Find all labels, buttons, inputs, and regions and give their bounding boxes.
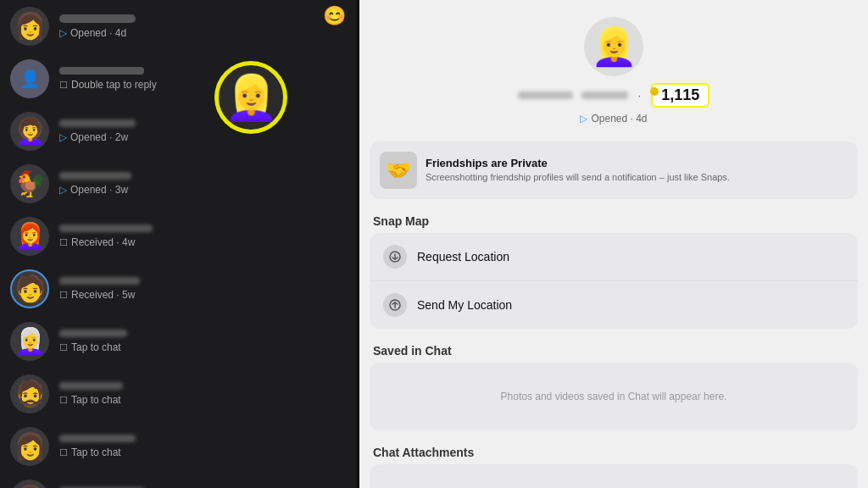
status-icon: ▷	[59, 131, 67, 143]
chat-status: ▷ Opened · 2w	[59, 131, 346, 143]
chat-item[interactable]: 🐓 ▷ Opened · 3w	[0, 158, 356, 210]
highlighted-avatar: 👱‍♀️	[216, 63, 286, 132]
score-row: · 1,115	[518, 83, 709, 108]
chat-status: ☐ Received · 4w	[59, 236, 346, 248]
chat-name	[59, 14, 136, 23]
chat-info: ☐ Received · 4w	[59, 225, 346, 248]
profile-top: 👱‍♀️ · 1,115 ▷ Opened · 4d	[359, 0, 868, 133]
avatar: 🧔	[10, 374, 49, 413]
send-location-label: Send My Location	[417, 298, 512, 312]
chat-status: ☐ Received · 5w	[59, 289, 346, 301]
chat-info: ▷ Opened · 3w	[59, 172, 346, 196]
status-text: Tap to chat	[71, 446, 121, 458]
status-text: Double tap to reply	[71, 79, 157, 91]
chat-item[interactable]: 👩 ☐ Tap to chat	[0, 420, 356, 473]
avatar-wrap: 👩‍🦳	[10, 322, 49, 361]
friendship-description: Screenshotting friendship profiles will …	[426, 171, 730, 183]
profile-avatar: 👱‍♀️	[584, 17, 643, 76]
status-text: Opened · 4d	[70, 27, 126, 39]
saved-empty-text: Photos and videos saved in Chat will app…	[484, 374, 744, 419]
status-text: Received · 4w	[71, 236, 135, 248]
friendship-title: Friendships are Private	[426, 157, 730, 169]
chat-info: ☐ Tap to chat	[59, 382, 346, 406]
status-icon: ☐	[59, 80, 68, 91]
chat-name	[59, 382, 123, 390]
avatar-wrap: 🧑	[10, 269, 49, 308]
chat-item[interactable]: 🧑 ☐ Received · 5w	[0, 263, 356, 315]
status-icon: ▷	[59, 184, 67, 196]
chat-name	[59, 435, 136, 442]
profile-avatar-emoji: 👱‍♀️	[591, 25, 637, 69]
chat-item[interactable]: 👦 ☐ Double tap to reply	[0, 473, 356, 488]
avatar-wrap: 👩‍🦱	[10, 112, 49, 151]
avatar: 🐓	[10, 164, 49, 203]
status-icon: ☐	[59, 237, 68, 248]
opened-text: Opened · 4d	[591, 113, 647, 125]
request-location-icon	[383, 245, 407, 269]
avatar: 👩	[10, 7, 49, 46]
chat-list: 👩 ▷ Opened · 4d 👤 ☐ Double tap to reply	[0, 0, 356, 488]
chat-status: ▷ Opened · 4d	[59, 27, 346, 39]
chat-info: ☐ Double tap to reply	[59, 67, 346, 91]
status-text: Tap to chat	[71, 341, 121, 353]
send-location-icon	[383, 293, 407, 317]
status-text: Opened · 2w	[70, 131, 128, 143]
request-location-item[interactable]: Request Location	[370, 233, 858, 281]
chat-item[interactable]: 👤 ☐ Double tap to reply	[0, 53, 356, 105]
dot-sep: ·	[638, 90, 641, 102]
profile-panel: 👱‍♀️ · 1,115 ▷ Opened · 4d 🤝 Friendships…	[359, 0, 868, 488]
friendship-text: Friendships are Private Screenshotting f…	[426, 157, 730, 183]
chat-item[interactable]: 🧔 ☐ Tap to chat	[0, 368, 356, 420]
chat-item[interactable]: 👩‍🦱 ▷ Opened · 2w	[0, 105, 356, 158]
chat-status: ☐ Tap to chat	[59, 341, 346, 353]
send-location-item[interactable]: Send My Location	[370, 281, 858, 329]
chat-status: ☐ Double tap to reply	[59, 79, 346, 91]
profile-name-part1	[518, 92, 573, 99]
avatar-wrap: 👩	[10, 427, 49, 466]
avatar: 👩‍🦱	[10, 112, 49, 151]
chat-name	[59, 172, 131, 180]
avatar: 👩‍🦳	[10, 322, 49, 361]
saved-section: Photos and videos saved in Chat will app…	[370, 363, 858, 430]
request-location-label: Request Location	[417, 250, 509, 263]
status-text: Tap to chat	[71, 394, 121, 406]
chat-name	[59, 330, 127, 337]
chat-status: ☐ Tap to chat	[59, 446, 346, 458]
avatar-wrap: 👩‍🦰	[10, 217, 49, 256]
chat-name	[59, 67, 144, 75]
avatar: 👤	[10, 59, 49, 98]
friendship-icon: 🤝	[380, 152, 417, 189]
avatar-wrap: 👤	[10, 59, 49, 98]
snap-map-card: Request Location Send My Location	[370, 233, 858, 329]
status-text: Received · 5w	[71, 289, 135, 301]
opened-icon: ▷	[580, 113, 587, 125]
chat-item[interactable]: 👩‍🦰 ☐ Received · 4w	[0, 210, 356, 263]
saved-in-chat-title: Saved in Chat	[359, 337, 868, 363]
avatar: 👩	[10, 427, 49, 466]
avatar-wrap: 👩	[10, 7, 49, 46]
avatar-wrap: 👦	[10, 480, 49, 488]
avatar: 👦	[10, 480, 49, 488]
avatar-wrap: 🧔	[10, 374, 49, 413]
saved-card: Photos and videos saved in Chat will app…	[370, 363, 858, 430]
chat-info: ☐ Received · 5w	[59, 277, 346, 301]
profile-name-part2	[581, 92, 628, 99]
avatar-wrap: 🐓	[10, 164, 49, 203]
snap-map-title: Snap Map	[359, 208, 868, 233]
chat-name	[59, 119, 136, 127]
status-icon: ☐	[59, 290, 68, 301]
chat-attach-card	[370, 464, 858, 488]
chat-item[interactable]: 👩 ▷ Opened · 4d	[0, 0, 356, 53]
chat-info: ☐ Tap to chat	[59, 330, 346, 353]
chat-status: ▷ Opened · 3w	[59, 184, 346, 196]
chat-attachments-title: Chat Attachments	[359, 439, 868, 464]
chat-attach-section	[370, 464, 858, 488]
chat-item[interactable]: 👩‍🦳 ☐ Tap to chat	[0, 315, 356, 368]
score-badge: 1,115	[651, 83, 709, 108]
chat-status: ☐ Tap to chat	[59, 394, 346, 406]
status-icon: ☐	[59, 342, 68, 353]
status-text: Opened · 3w	[70, 184, 128, 196]
avatar: 🧑	[10, 269, 49, 308]
chat-info: ▷ Opened · 2w	[59, 119, 346, 143]
status-icon: ▷	[59, 27, 67, 39]
